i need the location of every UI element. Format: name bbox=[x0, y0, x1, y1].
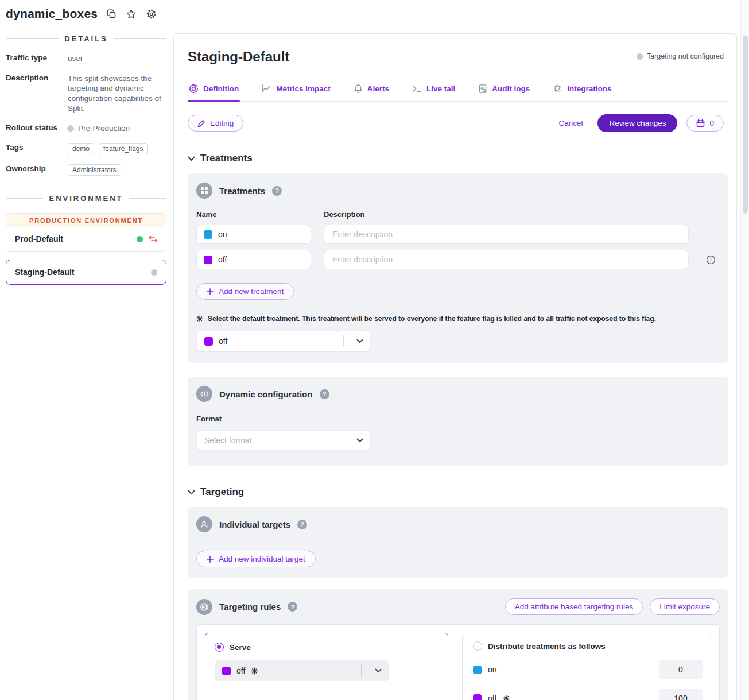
scrollbar-track[interactable] bbox=[740, 0, 749, 700]
help-icon[interactable]: ? bbox=[297, 520, 307, 529]
environment-heading: ENVIRONMENT bbox=[6, 194, 166, 203]
chevron-down-icon bbox=[350, 438, 370, 443]
format-label: Format bbox=[196, 415, 720, 423]
help-icon[interactable]: ? bbox=[272, 186, 282, 196]
distribute-percent-input[interactable]: 100 bbox=[659, 689, 703, 700]
tag-chip[interactable]: demo bbox=[68, 143, 94, 154]
targeting-section-title[interactable]: Targeting bbox=[188, 486, 728, 498]
puzzle-icon bbox=[553, 84, 562, 94]
sidebar: DETAILS Traffic type user Description Th… bbox=[0, 24, 173, 285]
distribute-radio-unselected[interactable] bbox=[473, 641, 482, 651]
editing-button[interactable]: Editing bbox=[188, 115, 243, 132]
tab-integrations[interactable]: Integrations bbox=[552, 79, 612, 101]
prod-environment-card: PRODUCTION ENVIRONMENT Prod-Default bbox=[6, 213, 166, 252]
tab-label: Integrations bbox=[567, 84, 611, 93]
ownership-label: Ownership bbox=[6, 164, 68, 176]
production-environment-banner: PRODUCTION ENVIRONMENT bbox=[6, 214, 166, 227]
page-layout: DETAILS Traffic type user Description Th… bbox=[0, 24, 749, 700]
tab-label: Definition bbox=[203, 84, 239, 93]
distribute-radio-row[interactable]: Distribute treatments as follows bbox=[473, 641, 703, 651]
bell-icon bbox=[354, 84, 363, 94]
pencil-icon bbox=[197, 119, 205, 127]
add-new-treatment-button[interactable]: Add new treatment bbox=[196, 283, 294, 300]
chart-icon bbox=[262, 84, 271, 94]
star-icon[interactable] bbox=[126, 9, 137, 20]
copy-icon[interactable] bbox=[107, 9, 117, 19]
chevron-down-icon bbox=[188, 156, 195, 161]
description-value: This split showcases the targeting and d… bbox=[68, 74, 166, 114]
rollout-status-label: Rollout status bbox=[6, 123, 68, 134]
add-user-icon bbox=[196, 516, 212, 532]
detail-row-traffic-type: Traffic type user bbox=[6, 53, 166, 64]
treatments-panel-header: Treatments ? bbox=[196, 183, 720, 199]
scheduled-changes-count: 0 bbox=[709, 119, 714, 127]
asterisk-icon bbox=[503, 695, 510, 700]
swap-arrows-icon[interactable] bbox=[149, 235, 157, 243]
detail-row-tags: Tags demo feature_flags bbox=[6, 143, 166, 154]
distribute-label: Distribute treatments as follows bbox=[488, 642, 606, 651]
treatment-description-input[interactable] bbox=[324, 225, 689, 244]
tab-live-tail[interactable]: Live tail bbox=[411, 79, 456, 101]
scrollbar-thumb[interactable] bbox=[743, 36, 748, 214]
tab-alerts[interactable]: Alerts bbox=[352, 79, 390, 101]
cancel-button[interactable]: Cancel bbox=[558, 119, 583, 127]
serve-radio-selected[interactable] bbox=[215, 643, 224, 652]
review-changes-button[interactable]: Review changes bbox=[597, 114, 677, 132]
audit-log-icon bbox=[478, 84, 487, 94]
serve-radio-row[interactable]: Serve bbox=[215, 643, 438, 652]
targeting-status-dot bbox=[637, 53, 643, 60]
tab-audit-logs[interactable]: Audit logs bbox=[477, 79, 531, 101]
treatment-row: on bbox=[196, 225, 720, 244]
toolbar: Editing Cancel Review changes 0 bbox=[188, 114, 728, 132]
help-icon[interactable]: ? bbox=[320, 389, 329, 399]
limit-exposure-button[interactable]: Limit exposure bbox=[650, 598, 720, 615]
distribute-treatment-name: off bbox=[488, 694, 496, 700]
default-treatment-select[interactable]: off bbox=[196, 331, 371, 351]
info-icon[interactable] bbox=[706, 255, 716, 265]
serve-treatment-select[interactable]: off bbox=[215, 660, 389, 681]
format-select[interactable]: Select format bbox=[196, 430, 371, 451]
environment-heading-label: ENVIRONMENT bbox=[49, 194, 123, 203]
treatment-description-input[interactable] bbox=[324, 250, 689, 269]
distribute-treatment-name: on bbox=[488, 665, 497, 674]
ownership-chips: Administrators bbox=[68, 164, 121, 176]
treatments-section-title[interactable]: Treatments bbox=[188, 153, 728, 164]
env-item-prod-default[interactable]: Prod-Default bbox=[6, 227, 166, 251]
gear-icon[interactable] bbox=[146, 9, 157, 20]
treatments-grid-icon bbox=[196, 183, 212, 199]
targeting-rules-title: Targeting rules bbox=[219, 602, 281, 612]
targeting-rules-panel: Targeting rules ? Add attribute based ta… bbox=[188, 589, 728, 700]
tab-label: Live tail bbox=[426, 84, 455, 93]
tab-definition[interactable]: Definition bbox=[188, 79, 240, 101]
add-new-individual-target-button[interactable]: Add new individual target bbox=[196, 551, 316, 567]
targeting-rules-header: Targeting rules ? Add attribute based ta… bbox=[196, 598, 720, 615]
page-title: Staging-Default bbox=[188, 49, 289, 65]
distribute-option-box[interactable]: Distribute treatments as follows on 0 of… bbox=[462, 633, 711, 700]
code-icon bbox=[196, 386, 212, 402]
serve-option-box[interactable]: Serve off bbox=[205, 633, 448, 700]
asterisk-icon bbox=[196, 315, 203, 322]
add-attribute-rules-button[interactable]: Add attribute based targeting rules bbox=[505, 598, 643, 615]
main-card: Staging-Default Targeting not configured… bbox=[173, 33, 737, 700]
treatment-name-input[interactable]: off bbox=[196, 250, 311, 269]
traffic-type-label: Traffic type bbox=[6, 53, 68, 64]
environment-block: ENVIRONMENT PRODUCTION ENVIRONMENT Prod-… bbox=[6, 194, 166, 285]
tab-metrics-impact[interactable]: Metrics impact bbox=[261, 79, 332, 101]
scheduled-changes-button[interactable]: 0 bbox=[686, 115, 724, 132]
default-treatment-note: Select the default treatment. This treat… bbox=[196, 315, 720, 323]
tags-chips: demo feature_flags bbox=[68, 143, 148, 154]
plus-icon bbox=[207, 556, 214, 563]
treatments-columns: Name Description bbox=[196, 210, 720, 219]
tab-label: Alerts bbox=[367, 84, 389, 93]
rollout-status-value: Pre-Production bbox=[68, 123, 130, 134]
asterisk-icon bbox=[251, 667, 258, 675]
tab-label: Audit logs bbox=[492, 84, 530, 93]
distribute-row: off 100 bbox=[473, 689, 703, 700]
owner-chip[interactable]: Administrators bbox=[68, 164, 121, 176]
env-item-staging-default[interactable]: Staging-Default bbox=[6, 260, 166, 285]
help-icon[interactable]: ? bbox=[288, 602, 297, 612]
treatment-name-input[interactable]: on bbox=[196, 225, 311, 244]
tag-chip[interactable]: feature_flags bbox=[99, 143, 148, 154]
tab-label: Metrics impact bbox=[276, 84, 331, 93]
distribute-percent-input[interactable]: 0 bbox=[659, 660, 703, 679]
